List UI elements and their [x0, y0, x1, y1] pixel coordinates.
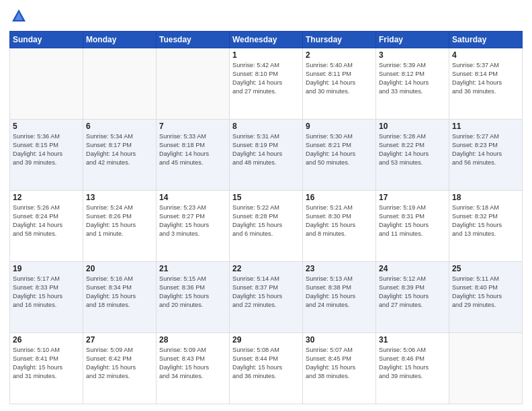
day-info: Sunrise: 5:28 AM Sunset: 8:22 PM Dayligh…: [379, 132, 446, 167]
day-number: 23: [306, 264, 373, 273]
day-cell: 6Sunrise: 5:34 AM Sunset: 8:17 PM Daylig…: [83, 120, 157, 191]
day-info: Sunrise: 5:11 AM Sunset: 8:40 PM Dayligh…: [452, 275, 519, 310]
day-info: Sunrise: 5:12 AM Sunset: 8:39 PM Dayligh…: [379, 275, 446, 310]
day-info: Sunrise: 5:10 AM Sunset: 8:41 PM Dayligh…: [13, 346, 80, 381]
day-number: 1: [232, 50, 300, 60]
day-cell: 27Sunrise: 5:09 AM Sunset: 8:42 PM Dayli…: [83, 333, 157, 404]
day-number: 12: [13, 193, 80, 202]
day-cell: 26Sunrise: 5:10 AM Sunset: 8:41 PM Dayli…: [10, 333, 83, 404]
day-number: 16: [306, 193, 373, 202]
day-number: 19: [13, 264, 80, 273]
day-number: 29: [232, 335, 300, 345]
day-number: 8: [232, 122, 300, 131]
day-cell: 28Sunrise: 5:09 AM Sunset: 8:43 PM Dayli…: [157, 333, 230, 404]
week-row-3: 12Sunrise: 5:26 AM Sunset: 8:24 PM Dayli…: [10, 191, 523, 262]
day-cell: 22Sunrise: 5:14 AM Sunset: 8:37 PM Dayli…: [230, 262, 303, 333]
day-cell: 9Sunrise: 5:30 AM Sunset: 8:21 PM Daylig…: [303, 120, 376, 191]
day-cell: 23Sunrise: 5:13 AM Sunset: 8:38 PM Dayli…: [303, 262, 376, 333]
day-info: Sunrise: 5:27 AM Sunset: 8:23 PM Dayligh…: [452, 132, 519, 167]
day-cell: 4Sunrise: 5:37 AM Sunset: 8:14 PM Daylig…: [449, 48, 523, 120]
weekday-friday: Friday: [376, 32, 449, 48]
day-info: Sunrise: 5:23 AM Sunset: 8:27 PM Dayligh…: [159, 203, 226, 238]
day-cell: [449, 333, 523, 404]
day-number: 4: [452, 50, 519, 60]
day-cell: 16Sunrise: 5:21 AM Sunset: 8:30 PM Dayli…: [303, 191, 376, 262]
weekday-tuesday: Tuesday: [157, 32, 230, 48]
day-number: 10: [379, 122, 446, 131]
day-cell: [83, 48, 157, 120]
day-info: Sunrise: 5:09 AM Sunset: 8:42 PM Dayligh…: [86, 346, 153, 381]
weekday-sunday: Sunday: [10, 32, 83, 48]
day-number: 31: [379, 335, 446, 345]
day-cell: 10Sunrise: 5:28 AM Sunset: 8:22 PM Dayli…: [376, 120, 449, 191]
day-number: 2: [306, 50, 373, 60]
week-row-2: 5Sunrise: 5:36 AM Sunset: 8:15 PM Daylig…: [10, 120, 523, 191]
day-cell: 13Sunrise: 5:24 AM Sunset: 8:26 PM Dayli…: [83, 191, 157, 262]
day-info: Sunrise: 5:19 AM Sunset: 8:31 PM Dayligh…: [379, 203, 446, 238]
day-cell: 12Sunrise: 5:26 AM Sunset: 8:24 PM Dayli…: [10, 191, 83, 262]
day-cell: 24Sunrise: 5:12 AM Sunset: 8:39 PM Dayli…: [376, 262, 449, 333]
day-info: Sunrise: 5:15 AM Sunset: 8:36 PM Dayligh…: [159, 275, 226, 310]
day-info: Sunrise: 5:16 AM Sunset: 8:34 PM Dayligh…: [86, 275, 153, 310]
weekday-monday: Monday: [83, 32, 157, 48]
day-info: Sunrise: 5:30 AM Sunset: 8:21 PM Dayligh…: [306, 132, 373, 167]
calendar: SundayMondayTuesdayWednesdayThursdayFrid…: [9, 31, 523, 404]
day-cell: 8Sunrise: 5:31 AM Sunset: 8:19 PM Daylig…: [230, 120, 303, 191]
day-cell: 20Sunrise: 5:16 AM Sunset: 8:34 PM Dayli…: [83, 262, 157, 333]
day-number: 28: [159, 335, 226, 345]
day-number: 21: [159, 264, 226, 273]
day-info: Sunrise: 5:40 AM Sunset: 8:11 PM Dayligh…: [306, 61, 373, 96]
day-info: Sunrise: 5:17 AM Sunset: 8:33 PM Dayligh…: [13, 275, 80, 310]
logo-icon: [9, 7, 28, 26]
day-info: Sunrise: 5:33 AM Sunset: 8:18 PM Dayligh…: [159, 132, 226, 167]
day-info: Sunrise: 5:37 AM Sunset: 8:14 PM Dayligh…: [452, 61, 519, 96]
day-cell: 3Sunrise: 5:39 AM Sunset: 8:12 PM Daylig…: [376, 48, 449, 120]
day-info: Sunrise: 5:14 AM Sunset: 8:37 PM Dayligh…: [232, 275, 300, 310]
day-number: 5: [13, 122, 80, 131]
day-info: Sunrise: 5:06 AM Sunset: 8:46 PM Dayligh…: [379, 346, 446, 381]
day-number: 9: [306, 122, 373, 131]
day-number: 30: [306, 335, 373, 345]
day-number: 7: [159, 122, 226, 131]
day-number: 24: [379, 264, 446, 273]
day-info: Sunrise: 5:26 AM Sunset: 8:24 PM Dayligh…: [13, 203, 80, 238]
day-number: 18: [452, 193, 519, 202]
day-number: 15: [232, 193, 300, 202]
day-cell: 1Sunrise: 5:42 AM Sunset: 8:10 PM Daylig…: [230, 48, 303, 120]
day-info: Sunrise: 5:31 AM Sunset: 8:19 PM Dayligh…: [232, 132, 300, 167]
day-cell: [157, 48, 230, 120]
day-number: 11: [452, 122, 519, 131]
day-info: Sunrise: 5:24 AM Sunset: 8:26 PM Dayligh…: [86, 203, 153, 238]
day-cell: 2Sunrise: 5:40 AM Sunset: 8:11 PM Daylig…: [303, 48, 376, 120]
day-cell: 14Sunrise: 5:23 AM Sunset: 8:27 PM Dayli…: [157, 191, 230, 262]
day-number: 6: [86, 122, 153, 131]
day-cell: 18Sunrise: 5:18 AM Sunset: 8:32 PM Dayli…: [449, 191, 523, 262]
day-info: Sunrise: 5:21 AM Sunset: 8:30 PM Dayligh…: [306, 203, 373, 238]
weekday-header-row: SundayMondayTuesdayWednesdayThursdayFrid…: [10, 32, 523, 48]
day-info: Sunrise: 5:42 AM Sunset: 8:10 PM Dayligh…: [232, 61, 300, 96]
day-info: Sunrise: 5:36 AM Sunset: 8:15 PM Dayligh…: [13, 132, 80, 167]
week-row-1: 1Sunrise: 5:42 AM Sunset: 8:10 PM Daylig…: [10, 48, 523, 120]
day-cell: 15Sunrise: 5:22 AM Sunset: 8:28 PM Dayli…: [230, 191, 303, 262]
day-info: Sunrise: 5:39 AM Sunset: 8:12 PM Dayligh…: [379, 61, 446, 96]
day-cell: 31Sunrise: 5:06 AM Sunset: 8:46 PM Dayli…: [376, 333, 449, 404]
day-cell: [10, 48, 83, 120]
week-row-5: 26Sunrise: 5:10 AM Sunset: 8:41 PM Dayli…: [10, 333, 523, 404]
weekday-wednesday: Wednesday: [230, 32, 303, 48]
week-row-4: 19Sunrise: 5:17 AM Sunset: 8:33 PM Dayli…: [10, 262, 523, 333]
day-info: Sunrise: 5:22 AM Sunset: 8:28 PM Dayligh…: [232, 203, 300, 238]
day-number: 14: [159, 193, 226, 202]
day-cell: 19Sunrise: 5:17 AM Sunset: 8:33 PM Dayli…: [10, 262, 83, 333]
day-cell: 11Sunrise: 5:27 AM Sunset: 8:23 PM Dayli…: [449, 120, 523, 191]
page: SundayMondayTuesdayWednesdayThursdayFrid…: [0, 0, 532, 411]
day-cell: 30Sunrise: 5:07 AM Sunset: 8:45 PM Dayli…: [303, 333, 376, 404]
day-info: Sunrise: 5:07 AM Sunset: 8:45 PM Dayligh…: [306, 346, 373, 381]
day-cell: 21Sunrise: 5:15 AM Sunset: 8:36 PM Dayli…: [157, 262, 230, 333]
day-number: 26: [13, 335, 80, 345]
day-cell: 29Sunrise: 5:08 AM Sunset: 8:44 PM Dayli…: [230, 333, 303, 404]
day-cell: 5Sunrise: 5:36 AM Sunset: 8:15 PM Daylig…: [10, 120, 83, 191]
day-cell: 25Sunrise: 5:11 AM Sunset: 8:40 PM Dayli…: [449, 262, 523, 333]
day-number: 13: [86, 193, 153, 202]
day-number: 3: [379, 50, 446, 60]
day-number: 22: [232, 264, 300, 273]
